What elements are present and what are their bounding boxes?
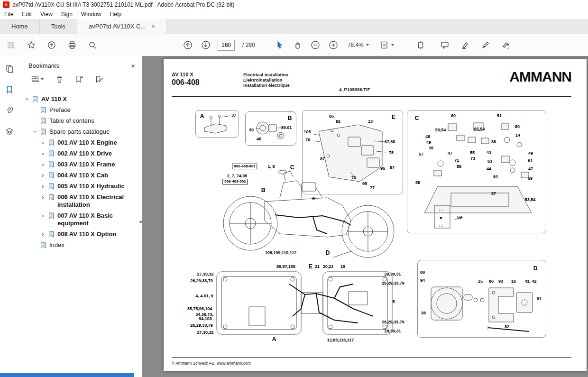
part-callout: 61	[528, 159, 533, 163]
chevron-right-icon[interactable]: ›	[40, 150, 46, 157]
highlight-icon[interactable]	[459, 39, 471, 51]
chevron-down-icon[interactable]: ›	[23, 96, 31, 102]
zoom-level-dropdown[interactable]: 78.4%	[345, 40, 371, 50]
sign-pen-icon[interactable]	[479, 39, 492, 51]
part-callout: 19	[340, 265, 345, 269]
page-down-icon[interactable]	[200, 39, 212, 51]
part-callout: 15	[478, 279, 483, 284]
layers-icon[interactable]	[0, 123, 19, 139]
chevron-down-icon[interactable]: ›	[31, 129, 39, 135]
page-title-block: Electrical installation Elektroinstallat…	[243, 72, 290, 88]
bookmark-spare-parts-catalogue[interactable]: ›Spare parts catalogue	[19, 128, 142, 136]
comment-icon[interactable]	[439, 39, 451, 51]
chevron-right-icon[interactable]: ›	[40, 230, 46, 238]
section-letter-label: D	[533, 266, 538, 271]
menu-help[interactable]: Help	[106, 10, 126, 18]
scroll-mode-icon[interactable]	[414, 39, 427, 51]
delete-bookmark-icon[interactable]	[56, 75, 63, 83]
part-callout: 85	[329, 114, 334, 119]
options-icon[interactable]	[31, 75, 44, 83]
header-rule	[172, 96, 571, 97]
part-callout: 38	[421, 311, 426, 315]
close-panel-icon[interactable]: ×	[131, 62, 135, 70]
part-callout: 13	[368, 120, 373, 124]
menu-file[interactable]: File	[0, 10, 18, 18]
tab-home[interactable]: Home	[0, 19, 40, 34]
bookmark-004-av-110-x-cab[interactable]: ›004 AV 110 X Cab	[19, 172, 142, 179]
part-callout: 28,30,31	[384, 272, 401, 276]
bookmarks-toolbar	[19, 72, 142, 88]
part-callout: 53,54	[525, 198, 536, 202]
menu-sign[interactable]: Sign	[57, 10, 77, 18]
bookmark-label: 007 AV 110 X Basic equipment	[57, 212, 142, 227]
part-callout: 35,75,96,104	[187, 307, 212, 311]
part-callout: 57	[491, 192, 496, 196]
hand-tool-icon[interactable]	[291, 39, 303, 51]
part-callout: 21	[315, 265, 320, 269]
page-up-icon[interactable]	[182, 39, 194, 51]
collapse-panel-handle[interactable]: ◀	[138, 215, 142, 228]
tab-tools[interactable]: Tools	[40, 19, 77, 34]
bookmark-005-av-110-x-hydraulic[interactable]: ›005 AV 110 X Hydraulic	[19, 183, 142, 190]
edit-bookmark-icon[interactable]	[95, 75, 103, 83]
page-thumbnails-icon[interactable]	[0, 61, 19, 77]
bookmark-007-av-110-x-basic-equipment[interactable]: ›007 AV 110 X Basic equipment	[19, 212, 142, 227]
close-tab-icon[interactable]: ×	[151, 23, 155, 30]
print-icon[interactable]	[66, 39, 78, 51]
bookmark-008-av-110-x-option[interactable]: ›008 AV 110 X Option	[19, 230, 142, 238]
share-icon[interactable]	[46, 39, 58, 51]
part-callout: 76	[305, 138, 310, 142]
chevron-right-icon[interactable]: ›	[40, 183, 46, 190]
bookmark-index[interactable]: Index	[19, 241, 142, 249]
part-callout: 12,83,116,117	[327, 338, 354, 342]
part-callout: 44	[487, 167, 491, 171]
zoom-in-icon[interactable]	[327, 39, 340, 51]
bookmark-003-av-110-x-frame[interactable]: ›003 AV 110 X Frame	[19, 161, 142, 168]
bookmark-002-av-110-x-drive[interactable]: ›002 AV 110 X Drive	[19, 150, 142, 157]
bookmark-006-av-110-x-electrical-installation[interactable]: ›006 AV 110 X Electrical installation	[19, 193, 142, 209]
part-callout: 37	[231, 113, 236, 118]
toolbar: / 290 78.4%	[0, 34, 588, 56]
bookmark-label: 002 AV 110 X Drive	[57, 150, 142, 157]
bookmarks-panel-title: Bookmarks	[28, 62, 59, 69]
fill-sign-icon[interactable]	[500, 39, 512, 51]
bookmark-preface[interactable]: Preface	[19, 106, 142, 114]
part-callout: 39.01	[281, 126, 292, 130]
bookmark-av-110-x[interactable]: ›AV 110 X	[19, 95, 142, 103]
section-letter-label: E	[309, 264, 312, 269]
chevron-right-icon[interactable]: ›	[40, 172, 46, 179]
machine-side-drawing	[209, 154, 413, 273]
part-callout: 28,30,31	[384, 329, 401, 333]
panel-d-drawing	[418, 260, 546, 337]
save-icon[interactable]	[5, 39, 17, 51]
part-callout: 58	[415, 181, 420, 185]
chevron-right-icon[interactable]: ›	[40, 139, 46, 147]
fit-page-dropdown[interactable]	[377, 39, 396, 51]
new-bookmark-icon[interactable]	[75, 75, 83, 83]
part-callout: 26,29,33,79	[190, 323, 213, 328]
bookmark-001-av-110-x-engine[interactable]: ›001 AV 110 X Engine	[19, 139, 142, 147]
tab-document[interactable]: avP07td AV110X C... ×	[77, 19, 167, 34]
menu-edit[interactable]: Edit	[18, 10, 36, 18]
bookmarks-icon[interactable]	[0, 82, 19, 98]
attachments-icon[interactable]	[0, 102, 19, 119]
menu-view[interactable]: View	[36, 10, 57, 18]
chevron-right-icon[interactable]: ›	[40, 193, 46, 201]
page-number-input[interactable]	[218, 40, 235, 51]
bookmark-label: 004 AV 110 X Cab	[57, 172, 142, 179]
star-icon[interactable]	[25, 39, 37, 51]
search-icon[interactable]	[86, 39, 99, 51]
tab-bar: Home Tools avP07td AV110X C... ×	[0, 19, 588, 34]
zoom-out-icon[interactable]	[309, 39, 322, 51]
part-callout: 26	[429, 146, 433, 150]
select-tool-icon[interactable]	[273, 39, 285, 51]
part-callout: 81	[537, 297, 542, 301]
part-callout: 40	[257, 137, 261, 141]
part-callout: 94,103	[199, 317, 212, 321]
bookmark-table-of-contens[interactable]: Table of contens	[19, 117, 142, 125]
chevron-right-icon[interactable]: ›	[40, 161, 46, 168]
document-canvas[interactable]: AV 110 X 006-408 Electrical installation…	[142, 56, 588, 377]
bookmark-ribbon-icon	[48, 231, 55, 238]
menu-window[interactable]: Window	[77, 10, 106, 18]
chevron-right-icon[interactable]: ›	[40, 212, 46, 220]
